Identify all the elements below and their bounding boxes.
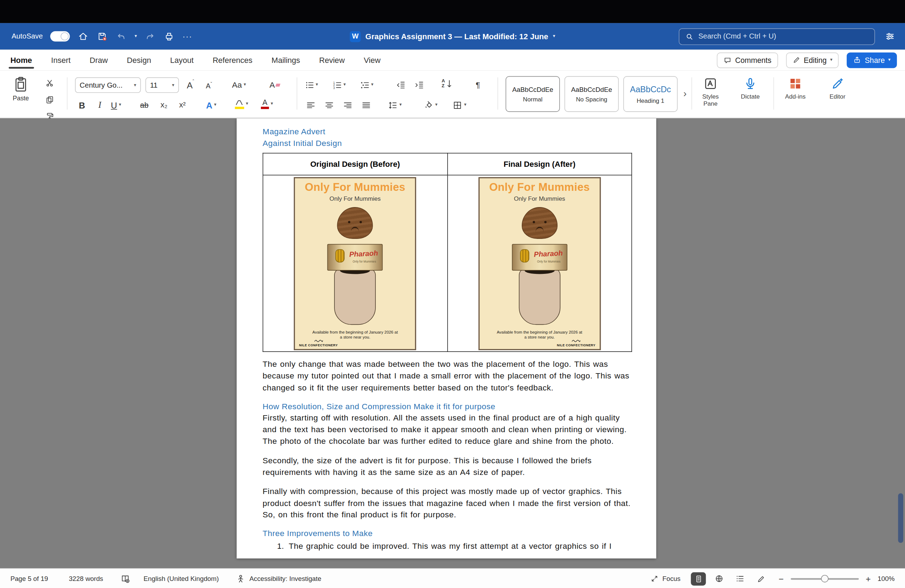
font-color-button[interactable]: A ▾	[261, 97, 273, 111]
tab-home[interactable]: Home	[10, 51, 32, 70]
shading-button[interactable]: ▾	[424, 98, 437, 112]
print-icon[interactable]	[164, 31, 175, 43]
comments-button[interactable]: Comments	[716, 52, 778, 68]
title-chevron-icon[interactable]: ▾	[553, 34, 556, 38]
web-layout-view-button[interactable]	[711, 572, 727, 585]
search-input[interactable]: Search (Cmd + Ctrl + U)	[679, 28, 875, 44]
search-placeholder: Search (Cmd + Ctrl + U)	[699, 32, 776, 40]
line-spacing-button[interactable]: ▾	[388, 98, 402, 112]
dictate-button[interactable]: Dictate	[735, 77, 765, 100]
accessibility-checker[interactable]: Accessibility: Investigate	[236, 574, 321, 583]
tab-design[interactable]: Design	[127, 51, 151, 70]
vertical-scrollbar-thumb[interactable]	[898, 493, 903, 543]
paragraph[interactable]: Secondly, the size of the advert is fit …	[263, 455, 633, 478]
style-heading-1[interactable]: AaBbCcDc Heading 1	[623, 76, 677, 112]
zoom-level[interactable]: 100%	[878, 575, 895, 582]
poster-before[interactable]: Only For Mummies Only For Mummies Pharao…	[294, 177, 416, 350]
tab-review[interactable]: Review	[319, 51, 345, 70]
strikethrough-button[interactable]: ab	[138, 98, 150, 112]
table-cell-before[interactable]: Only For Mummies Only For Mummies Pharao…	[263, 175, 448, 352]
print-layout-view-button[interactable]	[691, 572, 706, 585]
word-count[interactable]: 3228 words	[69, 575, 103, 582]
focus-mode-button[interactable]: Focus	[651, 575, 681, 583]
zoom-out-button[interactable]: −	[779, 574, 784, 583]
numbered-list-item[interactable]: 1. The graphic could be improved. This w…	[263, 540, 633, 552]
subscript-button[interactable]: x₂	[158, 98, 170, 112]
document-canvas[interactable]: Magazine Advert Against Initial Design O…	[0, 118, 905, 568]
undo-chevron-icon[interactable]: ▾	[135, 34, 137, 38]
editing-mode-button[interactable]: Editing ▾	[786, 52, 839, 68]
italic-button[interactable]: I	[94, 98, 106, 112]
justify-button[interactable]	[360, 98, 372, 112]
zoom-slider[interactable]	[791, 578, 859, 580]
zoom-slider-knob[interactable]	[821, 575, 828, 582]
tab-mailings[interactable]: Mailings	[272, 51, 300, 70]
zoom-in-button[interactable]: +	[866, 574, 871, 583]
tab-view[interactable]: View	[364, 51, 380, 70]
accessibility-label: Accessibility: Investigate	[249, 575, 321, 582]
paste-button[interactable]: Paste	[13, 76, 29, 101]
tab-references[interactable]: References	[213, 51, 252, 70]
poster-after[interactable]: Only For Mummies Only For Mummies Pharao…	[478, 177, 601, 350]
style-normal[interactable]: AaBbCcDdEe Normal	[505, 76, 560, 112]
tab-draw[interactable]: Draw	[90, 51, 108, 70]
home-icon[interactable]	[78, 31, 89, 43]
comparison-table[interactable]: Original Design (Before) Final Design (A…	[263, 153, 632, 352]
paragraph[interactable]: Firstly, starting off with resolution. A…	[263, 412, 633, 447]
outline-view-button[interactable]	[732, 572, 747, 585]
settings-sliders-icon[interactable]	[884, 31, 896, 43]
draft-view-button[interactable]	[753, 572, 768, 585]
borders-button[interactable]: ▾	[452, 98, 466, 112]
numbering-button[interactable]: 123 ▾	[332, 78, 346, 92]
document-page[interactable]: Magazine Advert Against Initial Design O…	[237, 118, 656, 559]
decrease-indent-button[interactable]	[395, 78, 406, 92]
font-size-select[interactable]: 11 ▾	[145, 78, 179, 93]
redo-icon[interactable]	[144, 31, 156, 43]
superscript-button[interactable]: x²	[177, 98, 189, 112]
more-commands-icon[interactable]: ···	[183, 32, 192, 40]
table-cell-after[interactable]: Only For Mummies Only For Mummies Pharao…	[447, 175, 632, 352]
align-left-button[interactable]	[305, 98, 316, 112]
doc-heading[interactable]: Magazine Advert	[263, 127, 633, 136]
document-title[interactable]: Graphics Assignment 3 — Last Modified: 1…	[365, 32, 548, 41]
align-right-button[interactable]	[342, 98, 354, 112]
doc-heading[interactable]: Three Improvements to Make	[263, 529, 633, 538]
paragraph[interactable]: Finally with compression, because of thi…	[263, 485, 633, 520]
style-no-spacing[interactable]: AaBbCcDdEe No Spacing	[565, 76, 619, 112]
save-icon[interactable]	[97, 31, 108, 43]
add-ins-button[interactable]: Add-ins	[780, 77, 810, 100]
doc-heading[interactable]: How Resolution, Size and Compression Mak…	[263, 401, 633, 410]
autosave-toggle[interactable]	[50, 31, 70, 41]
bold-button[interactable]: B	[76, 98, 88, 112]
editor-button[interactable]: Editor	[822, 77, 853, 100]
shrink-font-button[interactable]: Aˇ	[203, 79, 215, 93]
show-paragraph-marks-button[interactable]: ¶	[472, 78, 484, 92]
grow-font-button[interactable]: Aˆ	[184, 78, 196, 92]
cut-button[interactable]	[44, 76, 56, 90]
page-indicator[interactable]: Page 5 of 19	[10, 575, 48, 582]
underline-button[interactable]: U▾	[110, 98, 122, 112]
tab-insert[interactable]: Insert	[51, 51, 71, 70]
increase-indent-button[interactable]	[413, 78, 425, 92]
bullets-button[interactable]: ▾	[305, 78, 318, 92]
paragraph[interactable]: The only change that was made between th…	[263, 358, 633, 393]
tab-layout[interactable]: Layout	[170, 51, 194, 70]
text-effects-button[interactable]: A▾	[205, 98, 217, 112]
styles-pane-button[interactable]: Styles Pane	[695, 77, 726, 107]
sort-button[interactable]: AZ	[441, 77, 452, 90]
change-case-button[interactable]: Aa ▾	[232, 78, 246, 92]
proofing-status-button[interactable]	[121, 574, 130, 583]
copy-button[interactable]	[44, 93, 56, 107]
table-header-after[interactable]: Final Design (After)	[447, 153, 632, 175]
styles-gallery-more-icon[interactable]: ›	[682, 88, 688, 100]
highlight-color-button[interactable]: ▾	[234, 97, 248, 111]
language-selector[interactable]: English (United Kingdom)	[143, 575, 219, 582]
clear-formatting-button[interactable]: A	[269, 78, 281, 92]
multilevel-list-button[interactable]: ▾	[360, 78, 374, 92]
doc-heading[interactable]: Against Initial Design	[263, 138, 633, 148]
share-button[interactable]: Share ▾	[847, 52, 897, 68]
align-center-button[interactable]	[323, 98, 335, 112]
font-name-select[interactable]: Century Go... ▾	[75, 78, 141, 93]
undo-icon[interactable]	[116, 31, 127, 43]
table-header-before[interactable]: Original Design (Before)	[263, 153, 448, 175]
